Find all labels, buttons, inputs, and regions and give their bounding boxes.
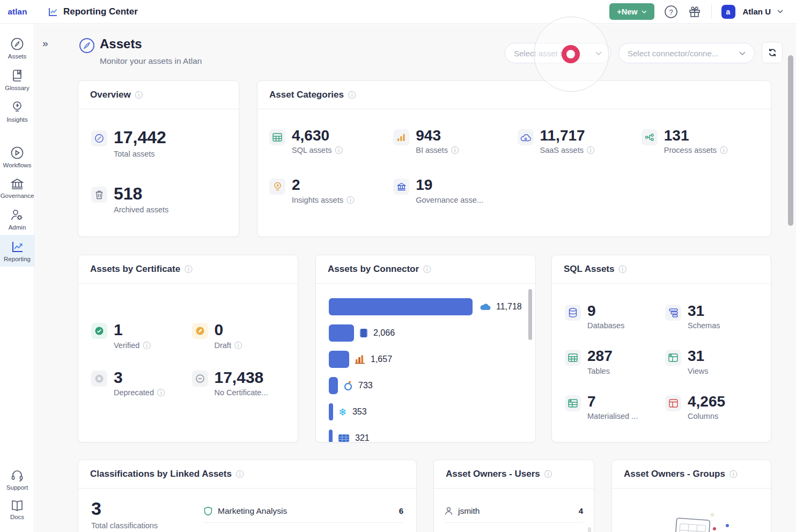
- compass-icon: [78, 37, 95, 54]
- sidebar-item-support[interactable]: Support: [0, 464, 34, 495]
- person-gear-icon: [10, 208, 24, 222]
- table-icon: [565, 350, 581, 366]
- trash-icon: [91, 187, 107, 203]
- stat-total-assets: 17,442 Total assets: [91, 129, 226, 158]
- chart-scrollbar-thumb[interactable]: [528, 289, 532, 340]
- info-icon[interactable]: ⓘ: [423, 265, 431, 273]
- info-icon[interactable]: ⓘ: [348, 91, 356, 99]
- page-subtitle: Monitor your assets in Atlan: [100, 56, 202, 66]
- info-icon[interactable]: ⓘ: [135, 91, 143, 99]
- user-row-name: jsmith: [458, 506, 480, 516]
- play-circle-icon: [10, 146, 24, 160]
- table-icon: [269, 129, 285, 145]
- info-icon[interactable]: ⓘ: [157, 389, 165, 396]
- classification-row[interactable]: Marketing Analysis 6: [204, 499, 403, 523]
- stat-value: 287: [587, 348, 613, 364]
- blue-grid-connector-icon-bar: [329, 430, 333, 442]
- stat-saas-assets: 11,717 SaaS assetsⓘ: [518, 128, 642, 154]
- user-row[interactable]: jsmith 4: [445, 499, 583, 523]
- circle-minus-icon: [192, 371, 208, 387]
- ring-connector-icon: [343, 380, 353, 391]
- sidebar-item-workflows[interactable]: Workflows: [0, 141, 34, 173]
- info-icon[interactable]: ⓘ: [619, 265, 627, 273]
- chart-row: 1,657: [329, 351, 522, 368]
- info-icon[interactable]: ⓘ: [236, 470, 244, 478]
- stat-value: 31: [688, 348, 708, 364]
- card-title: Asset Owners - Groups: [624, 469, 725, 479]
- sidebar-item-assets[interactable]: Assets: [0, 32, 34, 64]
- stat-value: 17,442: [114, 129, 166, 147]
- connector-select[interactable]: Select connector/conne...: [618, 43, 755, 63]
- atlan-logo[interactable]: atlan: [8, 7, 27, 16]
- sidebar-item-label: Admin: [9, 224, 26, 231]
- sidebar-item-docs[interactable]: Docs: [0, 495, 34, 524]
- info-icon[interactable]: ⓘ: [729, 470, 737, 478]
- chart-row: 321: [329, 430, 522, 442]
- classifications-card: Classifications by Linked Assets ⓘ 3 Tot…: [78, 460, 417, 532]
- info-icon[interactable]: ⓘ: [347, 196, 354, 204]
- users-scrollbar-thumb[interactable]: [588, 527, 591, 532]
- chart-row: 11,718: [329, 298, 522, 315]
- compass-icon: [91, 130, 107, 146]
- help-icon[interactable]: ?: [664, 5, 678, 19]
- stat-materialised-views: 7 Materialised ...: [565, 394, 665, 420]
- stat-label: Insights assets: [292, 196, 343, 204]
- stat-value: 31: [688, 303, 720, 319]
- stat-value: 19: [416, 177, 483, 193]
- page-scrollbar-thumb[interactable]: [788, 55, 793, 226]
- bank-icon: [10, 178, 24, 190]
- new-button[interactable]: +New: [609, 3, 654, 20]
- info-icon[interactable]: ⓘ: [720, 146, 727, 154]
- open-book-icon: [10, 500, 24, 512]
- sidebar-item-governance[interactable]: Governance: [0, 173, 34, 203]
- stat-value: 3: [91, 499, 204, 519]
- bar-value: 353: [352, 407, 367, 417]
- stat-label: Databases: [587, 321, 624, 330]
- stat-columns: 4,265 Columns: [665, 394, 765, 420]
- sidebar-item-admin[interactable]: Admin: [0, 203, 34, 235]
- card-title: SQL Assets: [564, 264, 615, 275]
- user-avatar: a: [721, 5, 735, 19]
- sidebar-group-gap: [0, 127, 34, 141]
- sidebar-item-insights[interactable]: Insights: [0, 95, 34, 127]
- stat-draft: 0 Draftⓘ: [192, 321, 293, 350]
- sql-assets-card: SQL Assets ⓘ 9 Databases 31 Schemas: [551, 255, 771, 442]
- bank-icon: [393, 179, 409, 195]
- bar-value: 11,718: [496, 302, 522, 312]
- stat-insights-assets: 2 Insights assetsⓘ: [269, 177, 393, 204]
- stat-value: 943: [416, 128, 459, 143]
- info-icon[interactable]: ⓘ: [587, 146, 594, 154]
- asset-owners-groups-card: Asset Owners - Groups ⓘ: [611, 460, 771, 532]
- overview-card: Overview ⓘ 17,442 Total assets 518 Arc: [78, 80, 239, 237]
- card-title: Asset Categories: [269, 90, 344, 100]
- chevron-down-icon: [739, 51, 746, 55]
- process-icon: [642, 129, 658, 145]
- user-menu[interactable]: a Atlan U: [721, 5, 784, 19]
- info-icon[interactable]: ⓘ: [234, 342, 242, 349]
- info-icon[interactable]: ⓘ: [335, 146, 342, 154]
- stat-value: 131: [664, 128, 727, 143]
- bar-salesforce: [329, 298, 473, 315]
- info-icon[interactable]: ⓘ: [451, 146, 459, 154]
- chart-row: ❄ 353: [329, 403, 522, 420]
- sidebar-item-reporting[interactable]: Reporting: [0, 235, 34, 267]
- orange-bars-connector-icon-bar: [329, 351, 349, 368]
- chart-row: 733: [329, 377, 522, 394]
- gift-icon[interactable]: [688, 5, 702, 19]
- stat-value: 518: [114, 185, 168, 203]
- reporting-center-app: atlan Reporting Center +New ? a Atlan U: [0, 0, 796, 532]
- sidebar-item-label: Assets: [8, 53, 27, 60]
- info-icon[interactable]: ⓘ: [544, 470, 552, 478]
- redshift-icon: [359, 328, 368, 338]
- chevron-down-icon: [595, 51, 602, 55]
- bar-value: 321: [355, 433, 370, 442]
- info-icon[interactable]: ⓘ: [143, 342, 150, 349]
- sidebar-expand-button[interactable]: »: [42, 38, 47, 49]
- sidebar-item-label: Support: [6, 484, 28, 491]
- stat-label: Governance asse...: [416, 196, 483, 204]
- stat-views: 31 Views: [665, 348, 765, 375]
- sidebar-item-glossary[interactable]: Glossary: [0, 64, 34, 95]
- refresh-button[interactable]: [762, 42, 783, 63]
- asset-type-select[interactable]: Select asset type: [505, 43, 611, 63]
- info-icon[interactable]: ⓘ: [185, 265, 192, 273]
